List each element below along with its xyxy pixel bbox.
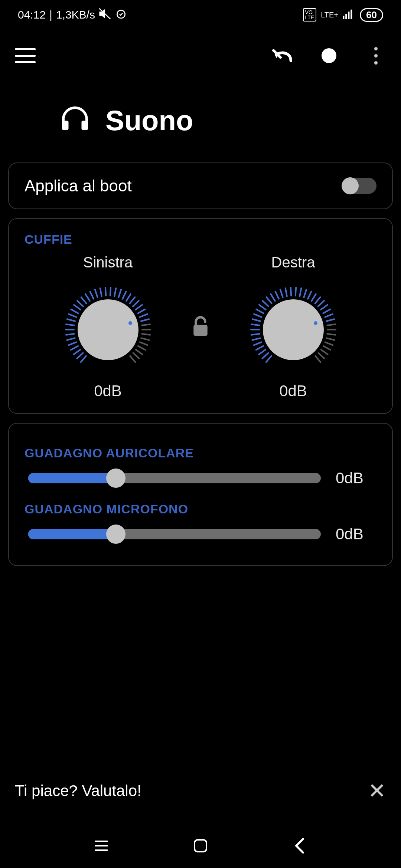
svg-point-47 xyxy=(128,321,132,325)
svg-line-70 xyxy=(300,288,301,296)
svg-line-68 xyxy=(290,287,291,296)
status-bar: 04:12 | 1,3KB/s VOLTE LTE+ 60 xyxy=(0,0,401,30)
microfono-slider[interactable] xyxy=(28,529,321,539)
cuffie-heading: CUFFIE xyxy=(25,232,376,247)
svg-line-58 xyxy=(252,319,260,321)
mute-icon xyxy=(99,7,111,23)
boot-switch[interactable] xyxy=(342,178,376,194)
battery-indicator: 60 xyxy=(360,8,383,22)
knob-left-label: Sinistra xyxy=(83,254,133,271)
network-label: LTE+ xyxy=(321,11,338,19)
svg-point-89 xyxy=(263,299,324,360)
svg-line-17 xyxy=(71,309,78,313)
auricolare-value: 0dB xyxy=(336,469,373,487)
svg-line-35 xyxy=(140,314,147,317)
svg-line-74 xyxy=(315,297,320,303)
nav-back-button[interactable] xyxy=(291,837,309,855)
knob-right[interactable] xyxy=(238,276,349,369)
svg-line-43 xyxy=(136,350,142,355)
knob-left-value: 0dB xyxy=(94,382,122,400)
knob-right-value: 0dB xyxy=(279,382,307,400)
svg-line-51 xyxy=(259,350,265,355)
svg-line-25 xyxy=(105,287,105,296)
svg-line-64 xyxy=(271,294,275,301)
auricolare-heading: GUADAGNO AURICOLARE xyxy=(25,446,376,460)
microfono-value: 0dB xyxy=(336,525,373,543)
svg-line-71 xyxy=(304,290,306,297)
boot-card: Applica al boot xyxy=(8,162,393,209)
svg-line-19 xyxy=(77,301,83,306)
page-title: Suono xyxy=(105,104,193,137)
svg-line-10 xyxy=(68,342,76,345)
svg-line-7 xyxy=(77,353,83,359)
svg-line-29 xyxy=(123,292,126,299)
knob-right-column: Destra 0dB xyxy=(217,254,369,400)
auricolare-slider[interactable] xyxy=(28,473,321,483)
svg-line-31 xyxy=(130,297,135,303)
svg-line-84 xyxy=(325,342,332,345)
overflow-menu-button[interactable] xyxy=(365,45,386,66)
svg-line-9 xyxy=(71,346,78,350)
status-time: 04:12 xyxy=(18,9,46,21)
svg-rect-5 xyxy=(351,9,352,19)
rating-text[interactable]: Ti piace? Valutalo! xyxy=(15,782,141,800)
svg-line-79 xyxy=(326,319,334,321)
svg-line-76 xyxy=(321,305,327,310)
knob-right-label: Destra xyxy=(271,254,315,271)
svg-line-85 xyxy=(323,346,330,350)
svg-line-16 xyxy=(69,314,76,317)
svg-line-67 xyxy=(285,288,287,296)
svg-point-46 xyxy=(78,299,138,360)
rating-banner: Ti piace? Valutalo! ✕ xyxy=(0,769,401,812)
svg-line-11 xyxy=(67,338,75,340)
status-speed: 1,3KB/s xyxy=(56,9,95,21)
svg-line-69 xyxy=(295,287,296,296)
svg-line-82 xyxy=(327,334,335,335)
svg-line-40 xyxy=(141,338,149,340)
svg-line-80 xyxy=(327,324,335,325)
svg-line-62 xyxy=(263,301,268,306)
headphones-icon xyxy=(59,104,91,137)
svg-line-24 xyxy=(100,288,101,296)
knob-left-column: Sinistra 0dB xyxy=(32,254,184,400)
svg-rect-4 xyxy=(348,11,349,19)
nav-recent-button[interactable] xyxy=(92,837,110,855)
status-right: VOLTE LTE+ 60 xyxy=(303,8,383,22)
svg-point-90 xyxy=(314,321,317,325)
record-indicator[interactable] xyxy=(319,45,339,66)
alarm-icon xyxy=(115,8,127,22)
svg-line-37 xyxy=(142,324,150,325)
knob-left[interactable] xyxy=(52,276,164,369)
menu-button[interactable] xyxy=(15,48,36,63)
svg-line-21 xyxy=(85,294,90,301)
lock-icon[interactable] xyxy=(191,315,210,339)
svg-line-28 xyxy=(118,290,121,297)
svg-line-39 xyxy=(142,334,150,335)
nav-home-button[interactable] xyxy=(192,837,209,855)
svg-line-8 xyxy=(74,350,80,355)
svg-line-63 xyxy=(266,297,271,303)
svg-line-77 xyxy=(323,309,330,313)
svg-rect-3 xyxy=(345,14,347,19)
status-left: 04:12 | 1,3KB/s xyxy=(18,7,127,23)
svg-line-53 xyxy=(254,342,261,345)
signal-icon xyxy=(343,9,355,22)
svg-line-65 xyxy=(275,292,278,299)
svg-line-6 xyxy=(81,356,86,362)
close-icon[interactable]: ✕ xyxy=(368,778,386,803)
svg-line-15 xyxy=(67,319,75,321)
svg-line-49 xyxy=(266,356,271,362)
svg-line-32 xyxy=(133,301,138,306)
svg-rect-48 xyxy=(193,325,208,335)
gains-card: GUADAGNO AURICOLARE 0dB GUADAGNO MICROFO… xyxy=(8,423,393,566)
undo-button[interactable] xyxy=(272,45,293,66)
svg-line-12 xyxy=(66,334,74,335)
app-bar xyxy=(0,30,401,82)
svg-line-66 xyxy=(280,290,283,297)
svg-line-73 xyxy=(312,294,316,301)
svg-line-54 xyxy=(252,338,260,340)
svg-line-14 xyxy=(66,324,74,325)
cuffie-card: CUFFIE Sinistra 0dB xyxy=(8,218,393,414)
svg-line-45 xyxy=(130,356,135,362)
svg-line-50 xyxy=(262,353,268,359)
